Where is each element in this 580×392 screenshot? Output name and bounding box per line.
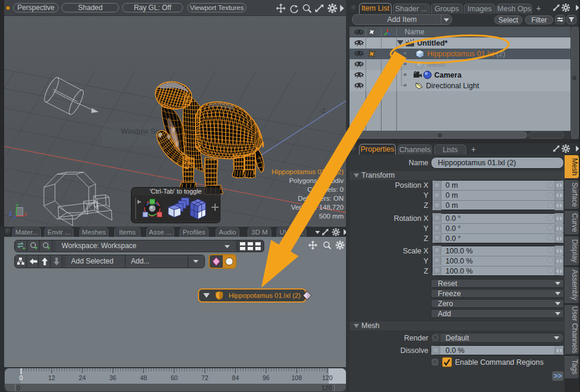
svg-text:+: + [47,245,50,251]
svg-text:12: 12 [48,374,55,381]
svg-text:108: 108 [291,374,302,381]
svg-text:X: X [24,211,27,217]
svg-text:84: 84 [232,374,239,381]
svg-text:24: 24 [79,374,86,381]
svg-text:96: 96 [262,374,270,381]
svg-text:0: 0 [20,374,23,381]
svg-text:+: + [34,245,37,251]
svg-text:36: 36 [110,374,117,381]
svg-text:120: 120 [322,374,333,381]
svg-text:Z: Z [9,211,12,217]
svg-text:48: 48 [140,374,147,381]
svg-text:60: 60 [171,374,178,381]
svg-text:72: 72 [201,374,209,381]
svg-text:+: + [23,246,25,251]
svg-text:Y: Y [15,203,19,208]
